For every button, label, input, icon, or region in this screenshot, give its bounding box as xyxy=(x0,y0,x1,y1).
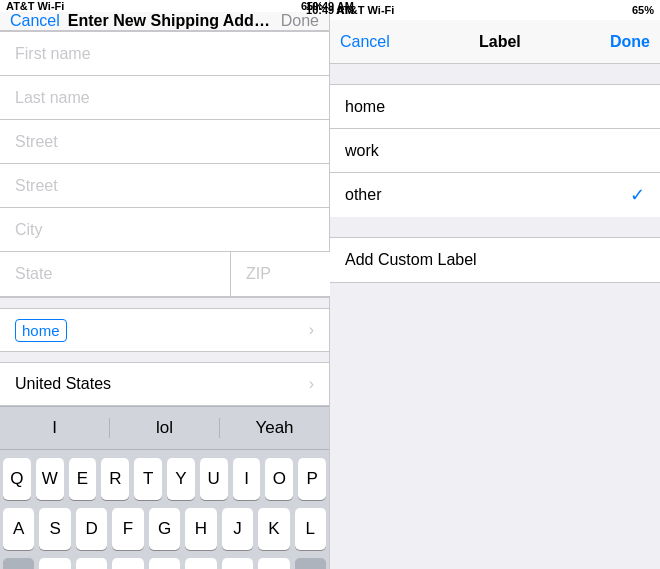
key-t[interactable]: T xyxy=(134,458,162,500)
key-w[interactable]: W xyxy=(36,458,64,500)
left-panel: AT&T Wi-Fi 10:49 AM 65% Cancel Enter New… xyxy=(0,0,330,569)
nav-title-left: Enter New Shipping Addres... xyxy=(60,12,281,30)
country-chevron-icon: › xyxy=(309,375,314,393)
key-v[interactable]: V xyxy=(149,558,180,569)
label-home-text: home xyxy=(345,98,645,116)
key-g[interactable]: G xyxy=(149,508,180,550)
add-custom-label-text: Add Custom Label xyxy=(345,251,477,269)
key-row-1: Q W E R T Y U I O P xyxy=(3,458,326,500)
keys-area: Q W E R T Y U I O P A S D F G H J K L xyxy=(0,450,329,569)
city-field[interactable] xyxy=(0,208,329,252)
key-s[interactable]: S xyxy=(39,508,70,550)
country-text: United States xyxy=(15,375,111,393)
right-panel: AT&T Wi-Fi 10:49 AM 65% Cancel Label Don… xyxy=(330,0,660,569)
left-nav-bar: Cancel Enter New Shipping Addres... Done xyxy=(0,12,329,31)
right-nav-bar: Cancel Label Done xyxy=(330,20,660,64)
suggestion-1[interactable]: I xyxy=(0,418,110,438)
keyboard: I lol Yeah Q W E R T Y U I O P A S D F xyxy=(0,406,329,569)
key-row-2: A S D F G H J K L xyxy=(3,508,326,550)
battery-right: 65% xyxy=(632,4,654,16)
country-row[interactable]: United States › xyxy=(0,362,329,406)
right-empty-area xyxy=(330,283,660,569)
key-x[interactable]: X xyxy=(76,558,107,569)
last-name-input[interactable] xyxy=(15,89,314,107)
key-n[interactable]: N xyxy=(222,558,253,569)
key-f[interactable]: F xyxy=(112,508,143,550)
label-value: home xyxy=(15,319,67,342)
key-e[interactable]: E xyxy=(69,458,97,500)
form-section xyxy=(0,31,329,298)
first-name-input[interactable] xyxy=(15,45,314,63)
suggestions-bar: I lol Yeah xyxy=(0,406,329,450)
checkmark-icon: ✓ xyxy=(630,184,645,206)
status-bar-left: AT&T Wi-Fi 10:49 AM 65% xyxy=(0,0,329,12)
state-input[interactable] xyxy=(15,265,215,283)
label-option-other[interactable]: other ✓ xyxy=(330,173,660,217)
label-row[interactable]: home › xyxy=(0,308,329,352)
street2-field[interactable] xyxy=(0,164,329,208)
backspace-key[interactable]: ⌫ xyxy=(295,558,326,569)
key-l[interactable]: L xyxy=(295,508,326,550)
street1-input[interactable] xyxy=(15,133,314,151)
label-option-work[interactable]: work xyxy=(330,129,660,173)
suggestion-2[interactable]: lol xyxy=(110,418,220,438)
key-j[interactable]: J xyxy=(222,508,253,550)
cancel-button-left[interactable]: Cancel xyxy=(10,12,60,30)
carrier-left: AT&T Wi-Fi xyxy=(6,0,64,12)
label-options-section: home work other ✓ xyxy=(330,84,660,217)
status-bar-right: AT&T Wi-Fi 10:49 AM 65% xyxy=(330,0,660,20)
street2-input[interactable] xyxy=(15,177,314,195)
key-i[interactable]: I xyxy=(233,458,261,500)
cancel-button-right[interactable]: Cancel xyxy=(340,33,390,51)
key-u[interactable]: U xyxy=(200,458,228,500)
add-custom-label-row[interactable]: Add Custom Label xyxy=(330,238,660,282)
key-m[interactable]: M xyxy=(258,558,289,569)
state-field[interactable] xyxy=(0,252,231,296)
shift-key[interactable]: ⇧ xyxy=(3,558,34,569)
key-y[interactable]: Y xyxy=(167,458,195,500)
time-right: 10:49 AM xyxy=(306,4,354,16)
first-name-field[interactable] xyxy=(0,32,329,76)
key-k[interactable]: K xyxy=(258,508,289,550)
key-o[interactable]: O xyxy=(265,458,293,500)
state-zip-row xyxy=(0,252,329,297)
suggestion-3[interactable]: Yeah xyxy=(220,418,329,438)
key-p[interactable]: P xyxy=(298,458,326,500)
street1-field[interactable] xyxy=(0,120,329,164)
nav-title-right: Label xyxy=(479,33,521,51)
city-input[interactable] xyxy=(15,221,314,239)
key-d[interactable]: D xyxy=(76,508,107,550)
key-h[interactable]: H xyxy=(185,508,216,550)
key-row-3: ⇧ Z X C V B N M ⌫ xyxy=(3,558,326,569)
label-chevron-icon: › xyxy=(309,321,314,339)
last-name-field[interactable] xyxy=(0,76,329,120)
key-a[interactable]: A xyxy=(3,508,34,550)
status-right-right: 65% xyxy=(632,4,654,16)
status-left: AT&T Wi-Fi xyxy=(6,0,64,12)
label-option-home[interactable]: home xyxy=(330,85,660,129)
done-button-right[interactable]: Done xyxy=(610,33,650,51)
label-other-text: other xyxy=(345,186,630,204)
key-z[interactable]: Z xyxy=(39,558,70,569)
key-q[interactable]: Q xyxy=(3,458,31,500)
label-work-text: work xyxy=(345,142,645,160)
custom-label-section: Add Custom Label xyxy=(330,237,660,283)
key-r[interactable]: R xyxy=(101,458,129,500)
key-b[interactable]: B xyxy=(185,558,216,569)
key-c[interactable]: C xyxy=(112,558,143,569)
